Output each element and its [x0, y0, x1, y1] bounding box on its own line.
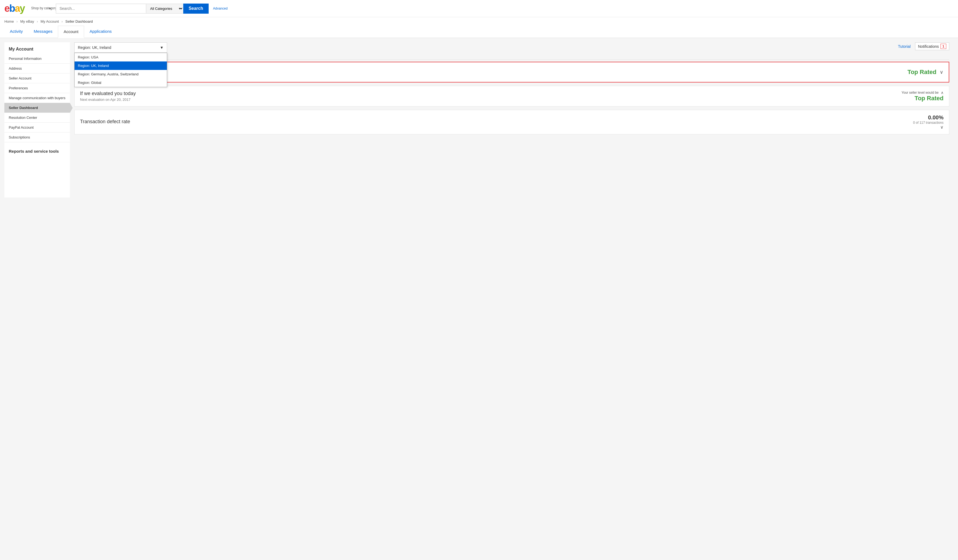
sidebar-section-myaccount: My Account: [4, 42, 70, 54]
breadcrumb-myaccount[interactable]: My Account: [40, 19, 59, 24]
evaluation-card: If we evaluated you today Next evaluatio…: [74, 86, 949, 106]
breadcrumb-home[interactable]: Home: [4, 19, 14, 24]
sidebar: My Account Personal Information Address …: [4, 42, 70, 198]
search-input[interactable]: [56, 3, 146, 14]
defect-right: 0.00% 0 of 117 transactions ∨: [913, 114, 944, 130]
region-select-box[interactable]: Region: UK, Ireland ▼: [74, 42, 167, 53]
breadcrumb-sep1: ›: [16, 19, 17, 24]
main-content: My Account Personal Information Address …: [0, 38, 958, 202]
sidebar-item-resolution-center[interactable]: Resolution Center: [4, 113, 70, 123]
notifications-label: Notifications: [918, 44, 939, 49]
sidebar-item-seller-dashboard[interactable]: Seller Dashboard: [4, 103, 70, 113]
divider-1: [74, 59, 949, 60]
defect-info: Transaction defect rate: [80, 119, 130, 126]
breadcrumb-current: Seller Dashboard: [65, 19, 93, 24]
seller-level-card: Current seller level As of Mar 20, 2017 …: [74, 62, 949, 82]
breadcrumb-myebay[interactable]: My eBay: [20, 19, 34, 24]
evaluation-info: If we evaluated you today Next evaluatio…: [80, 91, 136, 102]
logo-b: b: [9, 3, 15, 14]
content-area: Region: UK, Ireland ▼ Region: USA Region…: [70, 42, 954, 198]
search-button[interactable]: Search: [183, 3, 209, 14]
region-dropdown-arrow-icon: ▼: [160, 45, 163, 50]
tutorial-link[interactable]: Tutorial: [898, 44, 910, 49]
sidebar-item-paypal-account[interactable]: PayPal Account: [4, 123, 70, 132]
shop-by-category[interactable]: Shop by category ▼: [31, 6, 51, 11]
search-bar: All Categories ▼ Search: [56, 3, 209, 14]
evaluation-subtitle: Next evaluation on Apr 20, 2017: [80, 98, 136, 102]
header: ebay Shop by category ▼ All Categories ▼…: [0, 0, 958, 17]
breadcrumb: Home › My eBay › My Account › Seller Das…: [0, 17, 958, 26]
logo-y: y: [20, 3, 25, 14]
defect-sub: 0 of 117 transactions: [913, 121, 944, 125]
content-header-row: Region: UK, Ireland ▼ Region: USA Region…: [74, 42, 949, 57]
defect-title: Transaction defect rate: [80, 119, 130, 125]
sidebar-item-address[interactable]: Address: [4, 63, 70, 73]
region-option-global[interactable]: Region: Global: [75, 78, 167, 87]
region-option-usa[interactable]: Region: USA: [75, 53, 167, 62]
logo-e: e: [4, 3, 9, 14]
advanced-search-link[interactable]: Advanced: [213, 6, 227, 10]
tab-account[interactable]: Account: [58, 26, 84, 38]
categories-wrapper: All Categories ▼: [146, 3, 183, 14]
sidebar-item-preferences[interactable]: Preferences: [4, 83, 70, 93]
seller-level-right: Top Rated ∨: [907, 68, 943, 76]
tab-applications[interactable]: Applications: [84, 26, 117, 38]
ebay-logo: ebay: [4, 3, 25, 14]
shop-by-label: Shop by category: [31, 6, 48, 11]
defect-card: Transaction defect rate 0.00% 0 of 117 t…: [74, 110, 949, 135]
breadcrumb-sep2: ›: [36, 19, 38, 24]
sidebar-item-subscriptions[interactable]: Subscriptions: [4, 132, 70, 142]
tab-messages[interactable]: Messages: [29, 26, 58, 38]
tab-activity[interactable]: Activity: [4, 26, 29, 38]
sidebar-item-personal-info[interactable]: Personal Information: [4, 54, 70, 63]
nav-tabs: Activity Messages Account Applications: [0, 26, 958, 38]
evaluation-chevron-icon[interactable]: ∧: [941, 90, 944, 95]
region-selected-label: Region: UK, Ireland: [78, 45, 111, 50]
seller-level-value: Top Rated: [907, 68, 936, 76]
categories-select[interactable]: All Categories: [146, 4, 183, 13]
defect-chevron-icon[interactable]: ∨: [940, 125, 944, 130]
region-dropdown: Region: USA Region: UK, Ireland Region: …: [74, 53, 167, 87]
breadcrumb-sep3: ›: [62, 19, 63, 24]
defect-percentage: 0.00%: [913, 114, 944, 121]
sidebar-item-seller-account[interactable]: Seller Account: [4, 73, 70, 83]
evaluation-right: Your seller level would be ∧ Top Rated: [901, 90, 944, 102]
notifications-button[interactable]: Notifications 1: [915, 42, 950, 50]
region-option-uk[interactable]: Region: UK, Ireland: [75, 62, 167, 70]
logo-a: a: [15, 3, 20, 14]
evaluation-title: If we evaluated you today: [80, 91, 136, 97]
region-option-germany[interactable]: Region: Germany, Austria, Switzerland: [75, 70, 167, 78]
sidebar-section-reports: Reports and service tools: [4, 144, 70, 156]
sidebar-item-manage-communication[interactable]: Manage communication with buyers: [4, 93, 70, 103]
region-selector: Region: UK, Ireland ▼ Region: USA Region…: [74, 42, 167, 53]
evaluation-value: Top Rated: [901, 95, 944, 102]
notifications-badge: 1: [941, 44, 946, 49]
seller-level-chevron-icon[interactable]: ∨: [940, 69, 943, 75]
top-actions: Tutorial Notifications 1: [898, 42, 949, 50]
evaluation-label: Your seller level would be ∧: [901, 90, 944, 95]
dropdown-arrow-icon: ▼: [49, 7, 51, 10]
